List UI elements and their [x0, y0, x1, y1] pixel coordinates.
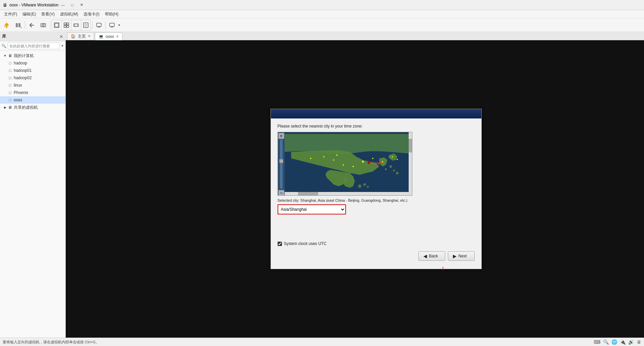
main-content: 🏠 主页 ✕ 💻 ooxx ✕ Please select the neares… — [66, 32, 644, 338]
titlebar-title: ooxx - VMware Workstation — [9, 3, 59, 7]
statusbar-zoom-icon[interactable]: 🔍 — [603, 339, 609, 345]
minimize-button[interactable]: — — [59, 2, 67, 8]
vm-tab-icon: 💻 — [99, 34, 104, 39]
toolbar-fullscreen-btn[interactable] — [52, 20, 61, 30]
vm-icon: □ — [7, 75, 13, 81]
app-icon: 🖥 — [3, 2, 7, 8]
svg-point-36 — [396, 159, 398, 160]
toolbar-sep-1 — [25, 21, 25, 29]
statusbar-network-icon[interactable]: 🌐 — [611, 339, 617, 345]
sidebar-item-label: ooxx — [14, 98, 22, 102]
sidebar-item-label: 共享的虚拟机 — [14, 105, 38, 110]
toolbar-snapshot-btn[interactable] — [38, 20, 49, 30]
sidebar-item-label: hadoop01 — [14, 68, 32, 73]
mouse-cursor — [411, 166, 412, 167]
sidebar-item-label: hadoop02 — [14, 76, 32, 80]
vm-running-icon: □ — [7, 97, 13, 103]
sidebar-item-ooxx[interactable]: □ ooxx — [0, 96, 65, 104]
menu-edit[interactable]: 编辑(E) — [20, 10, 39, 18]
tab-home-close[interactable]: ✕ — [88, 35, 91, 38]
svg-point-19 — [389, 165, 392, 168]
svg-rect-17 — [110, 23, 114, 27]
map-vscrollbar-thumb[interactable] — [409, 139, 412, 152]
tab-ooxx-close[interactable]: ✕ — [116, 35, 119, 38]
search-dropdown-arrow[interactable]: ▼ — [61, 44, 64, 48]
menu-vm[interactable]: 虚拟机(M) — [57, 10, 81, 18]
sidebar-item-shared[interactable]: ▶ 🖥 共享的虚拟机 — [0, 104, 65, 111]
map-hscrollbar-thumb[interactable] — [298, 192, 318, 195]
timezone-select[interactable]: Asia/Shanghai Asia/Beijing Asia/Hong_Kon… — [278, 205, 345, 214]
utc-checkbox[interactable] — [278, 242, 282, 246]
svg-point-5 — [42, 24, 44, 26]
map-vscrollbar[interactable] — [409, 132, 412, 196]
installer-body: Please select the nearest city in your t… — [271, 118, 481, 269]
sidebar-item-label: Phoenix — [14, 90, 28, 95]
statusbar-keyboard-icon[interactable]: ⌨ — [594, 339, 600, 345]
toolbar-unity-btn[interactable] — [61, 20, 71, 30]
toolbar-display-btn[interactable] — [107, 20, 117, 30]
sidebar-item-linux[interactable]: □ linux — [0, 82, 65, 89]
sidebar-close-button[interactable]: ✕ — [59, 34, 63, 39]
svg-point-23 — [358, 185, 361, 188]
toolbar-suspend-btn[interactable]: ▼ — [13, 20, 23, 30]
back-button[interactable]: ◀ Back — [418, 251, 445, 261]
svg-point-32 — [336, 154, 337, 156]
map-hscrollbar[interactable] — [285, 192, 409, 195]
timezone-map[interactable]: + − — [278, 132, 412, 196]
installer-dialog: Please select the nearest city in your t… — [271, 109, 482, 269]
svg-point-25 — [367, 186, 369, 188]
statusbar-audio-icon[interactable]: 🔊 — [628, 339, 634, 345]
sidebar-item-mycomputer[interactable]: ▼ 🖥 我的计算机 — [0, 52, 65, 59]
tab-ooxx[interactable]: 💻 ooxx ✕ — [95, 33, 122, 40]
vm-icon: □ — [7, 68, 13, 73]
sidebar-item-hadoop02[interactable]: □ hadoop02 — [0, 74, 65, 82]
menu-file[interactable]: 文件(F) — [1, 10, 20, 18]
maximize-button[interactable]: □ — [68, 2, 77, 8]
map-zoom-out-button[interactable]: − — [278, 190, 284, 196]
toolbar-console-btn[interactable] — [94, 20, 104, 30]
expand-icon: ▶ — [3, 105, 7, 110]
map-zoom-in-button[interactable]: + — [278, 133, 284, 139]
sidebar-search-bar: 🔍 ▼ — [0, 41, 65, 51]
menu-help[interactable]: 帮助(H) — [102, 10, 121, 18]
tab-home[interactable]: 🏠 主页 ✕ — [67, 32, 94, 40]
toolbar-fitguest-btn[interactable] — [71, 20, 81, 30]
sidebar-item-hadoop01[interactable]: □ hadoop01 — [0, 67, 65, 74]
expand-icon: ▼ — [3, 53, 7, 58]
svg-rect-9 — [67, 23, 69, 25]
svg-rect-12 — [74, 24, 78, 27]
svg-point-22 — [396, 172, 399, 175]
next-button[interactable]: ▶ Next — [448, 251, 475, 261]
svg-point-30 — [343, 164, 344, 165]
toolbar-autofit-btn[interactable] — [81, 20, 91, 30]
map-image-area: Shanghai — [285, 132, 409, 196]
sidebar-item-phoenix[interactable]: □ Phoenix — [0, 89, 65, 96]
sidebar-item-hadoop[interactable]: □ hadoop — [0, 59, 65, 67]
map-zoom-slider[interactable] — [280, 140, 283, 189]
close-button[interactable]: ✕ — [77, 2, 86, 8]
workspace: 库 ✕ 🔍 ▼ ▼ 🖥 我的计算机 □ hadoop □ — [0, 32, 644, 338]
utc-label: System clock uses UTC — [284, 241, 327, 246]
toolbar: ▼ ▼ — [0, 18, 644, 32]
statusbar-text: 要将输入定向到虚拟机，请在虚拟机内部单击或按 Ctrl+G。 — [3, 340, 99, 345]
toolbar-power-btn[interactable] — [1, 20, 12, 30]
tab-home-label: 主页 — [78, 34, 86, 39]
sidebar-item-label: hadoop — [14, 61, 27, 65]
next-label: Next — [459, 254, 467, 258]
statusbar-display-icon[interactable]: 🖥 — [637, 339, 641, 345]
svg-point-24 — [363, 183, 366, 186]
toolbar-display-arrow[interactable]: ▼ — [118, 23, 121, 27]
toolbar-revert-btn[interactable] — [26, 20, 37, 30]
toolbar-sep-3 — [92, 21, 93, 29]
svg-point-31 — [352, 166, 354, 167]
menu-view[interactable]: 查看(V) — [39, 10, 57, 18]
toolbar-view-group — [52, 20, 91, 31]
svg-rect-16 — [97, 23, 101, 27]
svg-rect-8 — [64, 23, 66, 25]
search-input[interactable] — [8, 43, 59, 49]
menu-tab[interactable]: 选项卡(I) — [81, 10, 102, 18]
map-zoom-controls: + − — [278, 132, 285, 196]
statusbar-usb-icon[interactable]: 🔌 — [620, 339, 626, 345]
vm-viewport[interactable]: Please select the nearest city in your t… — [66, 40, 644, 338]
tabbar: 🏠 主页 ✕ 💻 ooxx ✕ — [66, 32, 644, 40]
